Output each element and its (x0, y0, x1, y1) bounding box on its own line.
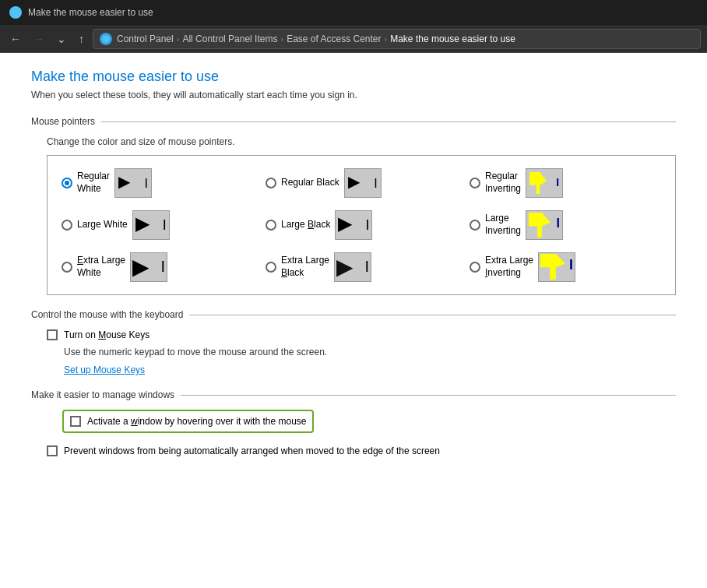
preview-regular-inverting: I (526, 168, 563, 198)
mouse-pointers-header: Mouse pointers (31, 116, 676, 127)
prevent-windows-checkbox[interactable] (47, 445, 58, 456)
activate-window-label: Activate a window by hovering over it wi… (87, 416, 306, 427)
title-bar-title: Make the mouse easier to use (28, 7, 153, 18)
main-content: Make the mouse easier to use When you se… (0, 53, 707, 588)
preview-large-black: ▶ I (335, 210, 372, 240)
address-path: Control Panel › All Control Panel Items … (117, 33, 515, 44)
keyboard-section: Control the mouse with the keyboard Turn… (31, 309, 676, 375)
pointer-option-extra-large-white[interactable]: Extra LargeWhite ▶ I (55, 248, 259, 287)
forward-button[interactable]: → (30, 31, 48, 47)
preview-regular-white: ▶ I (114, 168, 152, 198)
pointer-description: Change the color and size of mouse point… (47, 136, 676, 147)
manage-windows-header: Make it easier to manage windows (31, 389, 676, 400)
radio-extra-large-inverting[interactable] (470, 262, 480, 273)
title-bar-icon (9, 6, 22, 19)
pointer-grid: RegularWhite ▶ I Regular Black ▶ I (55, 164, 667, 287)
preview-large-inverting: I (526, 210, 563, 240)
pointer-option-large-white[interactable]: Large White ▶ I (55, 206, 259, 245)
preview-large-white: ▶ I (132, 210, 170, 240)
up-button[interactable]: ↑ (75, 31, 88, 47)
mouse-keys-checkbox-row[interactable]: Turn on Mouse Keys (47, 329, 676, 340)
page-title: Make the mouse easier to use (31, 69, 676, 85)
radio-extra-large-black[interactable] (266, 262, 276, 273)
preview-extra-large-white: ▶ I (130, 252, 167, 282)
radio-large-white[interactable] (62, 220, 72, 231)
breadcrumb-all-items[interactable]: All Control Panel Items (182, 33, 277, 44)
prevent-windows-label: Prevent windows from being automatically… (64, 445, 440, 456)
back-button[interactable]: ← (6, 31, 25, 47)
preview-extra-large-black: ▶ I (334, 252, 371, 282)
activate-window-checkbox[interactable] (70, 416, 81, 427)
mouse-keys-helper: Use the numeric keypad to move the mouse… (64, 347, 676, 357)
pointer-option-large-black[interactable]: Large Black ▶ I (259, 206, 463, 245)
mouse-keys-checkbox[interactable] (47, 329, 58, 340)
address-bar: ← → ⌄ ↑ Control Panel › All Control Pane… (0, 25, 707, 53)
preview-regular-black: ▶ I (344, 168, 382, 198)
breadcrumb-current: Make the mouse easier to use (390, 33, 515, 44)
mouse-keys-label: Turn on Mouse Keys (64, 329, 149, 340)
activate-window-row-wrapper: Activate a window by hovering over it wi… (47, 410, 676, 439)
radio-regular-black[interactable] (266, 178, 276, 188)
setup-mouse-keys-link[interactable]: Set up Mouse Keys (31, 364, 676, 375)
sep2: › (280, 34, 283, 44)
radio-regular-white[interactable] (62, 178, 72, 188)
globe-icon (100, 33, 112, 45)
keyboard-section-header: Control the mouse with the keyboard (31, 309, 676, 320)
radio-large-black[interactable] (266, 220, 276, 231)
pointer-option-extra-large-black[interactable]: Extra LargeBlack ▶ I (259, 248, 463, 287)
breadcrumb-control-panel[interactable]: Control Panel (117, 33, 174, 44)
dropdown-button[interactable]: ⌄ (53, 31, 70, 47)
manage-windows-section: Make it easier to manage windows Activat… (31, 389, 676, 456)
radio-regular-inverting[interactable] (470, 178, 480, 188)
mouse-pointers-section: Mouse pointers Change the color and size… (31, 116, 676, 295)
pointer-option-extra-large-inverting[interactable]: Extra LargeInverting I (463, 248, 667, 287)
title-bar: Make the mouse easier to use (0, 0, 707, 25)
pointer-option-large-inverting[interactable]: LargeInverting I (463, 206, 667, 245)
preview-extra-large-inverting: I (538, 252, 575, 282)
page-subtitle: When you select these tools, they will a… (31, 90, 676, 100)
sep1: › (177, 34, 180, 44)
radio-extra-large-white[interactable] (62, 262, 72, 273)
pointer-option-regular-black[interactable]: Regular Black ▶ I (259, 164, 463, 202)
prevent-windows-checkbox-row[interactable]: Prevent windows from being automatically… (47, 445, 676, 456)
pointer-option-regular-white[interactable]: RegularWhite ▶ I (55, 164, 259, 202)
pointer-grid-container: RegularWhite ▶ I Regular Black ▶ I (47, 155, 676, 295)
radio-large-inverting[interactable] (470, 220, 480, 231)
address-box: Control Panel › All Control Panel Items … (93, 29, 701, 49)
activate-window-checkbox-row[interactable]: Activate a window by hovering over it wi… (62, 410, 314, 433)
breadcrumb-ease-of-access[interactable]: Ease of Access Center (287, 33, 381, 44)
pointer-option-regular-inverting[interactable]: RegularInverting I (463, 164, 667, 202)
sep3: › (385, 34, 388, 44)
